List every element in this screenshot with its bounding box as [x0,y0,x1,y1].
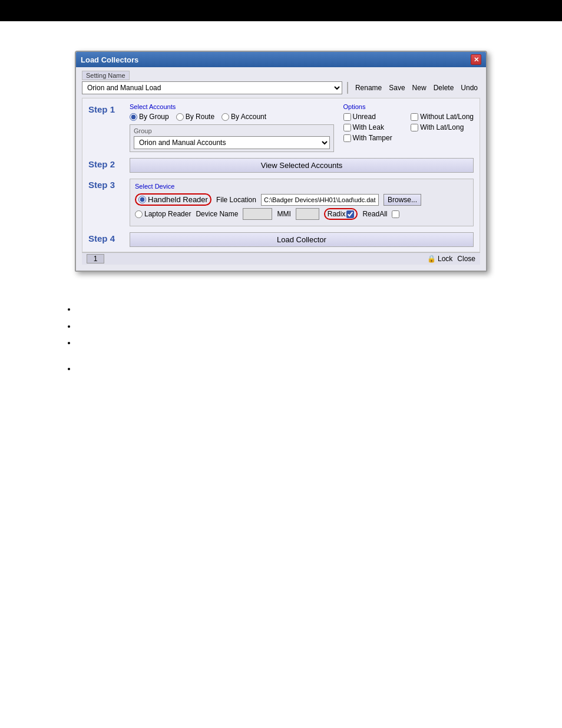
handheld-radio[interactable] [138,196,146,203]
step4-content: Load Collector [130,232,474,247]
radio-by-group[interactable]: By Group [130,113,169,121]
status-bar: 1 🔒 Lock Close [82,252,480,265]
radix-checkbox[interactable] [346,210,354,218]
options-box: Options Unread [343,103,474,152]
lock-icon: 🔒 [427,255,436,263]
radix-circled: Radix [324,208,358,220]
browse-button[interactable]: Browse... [384,194,421,206]
laptop-reader-option[interactable]: Laptop Reader [135,210,191,218]
with-tamper-label: With Tamper [353,134,392,142]
save-button[interactable]: Save [386,83,407,93]
step2-content: View Selected Accounts [130,158,474,173]
status-number: 1 [87,254,104,263]
option-with-leak[interactable]: With Leak [343,123,406,131]
mmi-label: MMI [277,210,290,218]
handheld-reader-row: Handheld Reader File Location Browse... [135,193,468,206]
setting-name-controls: Orion and Manual Load Rename Save New De… [82,81,480,94]
lock-icon-area: 🔒 Lock [427,255,452,263]
by-account-label: By Account [231,113,266,121]
select-device-label: Select Device [135,183,468,190]
readall-checkbox[interactable] [392,210,399,218]
setting-name-row: Setting Name Orion and Manual Load Renam… [82,71,480,94]
new-button[interactable]: New [410,83,429,93]
toolbar-divider [347,82,348,94]
title-bar [0,0,562,21]
bullet-list [65,301,497,352]
rename-button[interactable]: Rename [353,83,384,93]
readall-label: ReadAll [362,210,387,218]
step1-inner: Select Accounts By Group [130,103,474,152]
radio-by-route[interactable]: By Route [176,113,214,121]
select-accounts-label: Select Accounts [130,103,334,110]
unread-label: Unread [353,113,376,121]
option-without-lat-long[interactable]: Without Lat/Long [411,113,474,121]
dialog-titlebar: Load Collectors ✕ [76,52,486,67]
step4-label: Step 4 [88,232,124,243]
radio-by-account[interactable]: By Account [222,113,266,121]
file-location-label: File Location [216,196,256,204]
step4-row: Step 4 Load Collector [88,232,474,247]
close-label[interactable]: Close [457,255,475,263]
lock-label[interactable]: Lock [438,255,452,263]
bullet-item-3 [77,335,497,352]
step3-content: Select Device Handheld Reader File Locat… [130,179,474,226]
step2-row: Step 2 View Selected Accounts [88,158,474,173]
step3-row: Step 3 Select Device Handheld Reader [88,179,474,226]
without-lat-long-label: Without Lat/Long [420,113,474,121]
step2-label: Step 2 [88,158,124,169]
radix-label: Radix [328,210,346,218]
step3-inner: Select Device Handheld Reader File Locat… [130,179,474,226]
handheld-reader-label: Handheld Reader [148,195,208,204]
options-label: Options [343,103,474,110]
steps-area: Step 1 Select Accounts [82,98,480,252]
setting-name-select[interactable]: Orion and Manual Load [82,81,342,94]
group-box: Group Orion and Manual Accounts [130,124,334,152]
option-unread[interactable]: Unread [343,113,406,121]
group-label: Group [134,127,330,134]
load-collectors-dialog: Load Collectors ✕ Setting Name Orion and… [75,51,487,272]
mmi-input[interactable] [296,208,319,220]
with-leak-label: With Leak [353,123,384,131]
device-name-input[interactable] [243,208,272,220]
step1-row: Step 1 Select Accounts [88,103,474,152]
view-selected-accounts-button[interactable]: View Selected Accounts [130,158,474,173]
step3-label: Step 3 [88,179,124,190]
laptop-reader-label: Laptop Reader [144,210,191,218]
dialog-title: Load Collectors [81,55,138,64]
options-grid: Unread Without Lat/Long [343,113,474,142]
device-name-label: Device Name [196,210,238,218]
delete-button[interactable]: Delete [431,83,457,93]
by-group-label: By Group [139,113,169,121]
bullet-section [18,289,544,389]
option-with-lat-long[interactable]: With Lat/Long [411,123,474,131]
load-collector-button[interactable]: Load Collector [130,232,474,247]
status-left: 1 [87,254,104,263]
dialog-body: Setting Name Orion and Manual Load Renam… [76,67,486,271]
bullet-item-1 [77,301,497,318]
select-accounts-box: Select Accounts By Group [130,103,334,152]
by-route-label: By Route [186,113,214,121]
group-select[interactable]: Orion and Manual Accounts [134,136,330,149]
setting-name-label: Setting Name [82,71,130,80]
status-right: 🔒 Lock Close [427,255,475,263]
bullet-item-2 [77,318,497,335]
file-path-input[interactable] [261,194,379,206]
dialog-container: Load Collectors ✕ Setting Name Orion and… [75,51,487,272]
option-with-tamper[interactable]: With Tamper [343,134,406,142]
dialog-close-button[interactable]: ✕ [471,54,481,65]
laptop-reader-row: Laptop Reader Device Name MMI Radix [135,208,468,220]
step1-content: Select Accounts By Group [130,103,474,152]
step1-label: Step 1 [88,103,124,114]
handheld-reader-circled[interactable]: Handheld Reader [135,193,211,206]
with-lat-long-label: With Lat/Long [420,123,464,131]
bullet-item-4 [77,361,497,378]
account-radio-row: By Group By Route [130,113,334,121]
undo-button[interactable]: Undo [458,83,480,93]
bullet-list-2 [65,361,497,378]
